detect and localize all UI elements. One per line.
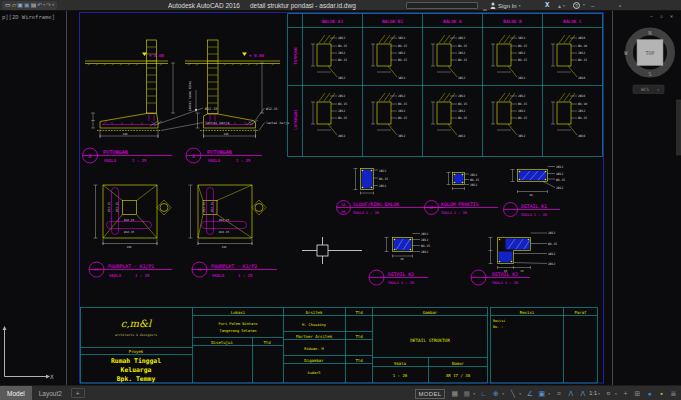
plot-icon[interactable]: ▤ xyxy=(31,1,37,10)
model-space-button[interactable]: MODEL xyxy=(415,389,446,399)
isodraft-icon-caret[interactable]: ▾ xyxy=(519,392,523,396)
snap-icon-caret[interactable]: ▾ xyxy=(473,392,477,396)
svg-text:2Ø12: 2Ø12 xyxy=(421,238,428,242)
help-caret-icon[interactable]: ▾ xyxy=(583,3,585,7)
osnap-icon[interactable]: ▣ xyxy=(536,387,547,400)
svg-text:DETAIL K2: DETAIL K2 xyxy=(388,272,414,277)
drawing-canvas[interactable]: p][2D Wireframe] – ▫ ✕ ± 0.00 100 Ø12-15… xyxy=(0,11,681,385)
annotation-scale-button[interactable]: 1:1 xyxy=(589,387,597,400)
svg-text:Ø12-15: Ø12-15 xyxy=(205,107,217,111)
graphics-performance-icon[interactable]: ● xyxy=(644,387,655,400)
svg-text:lantai kerja: lantai kerja xyxy=(266,121,289,125)
doc-close-icon[interactable]: ✕ xyxy=(670,13,673,19)
svg-text:1 : 20: 1 : 20 xyxy=(393,373,408,378)
isolate-objects-icon[interactable]: ⊞ xyxy=(632,387,643,400)
annotation-autoscale-icon[interactable]: Λ xyxy=(577,387,588,400)
svg-text:POORPLAT - K1/P2: POORPLAT - K1/P2 xyxy=(211,264,257,269)
annotation-scale-button-caret[interactable]: ▾ xyxy=(598,392,602,396)
a360-icon[interactable]: ▲▾ xyxy=(557,0,565,11)
document-name: detail struktur pondasi - asdar.id.dwg xyxy=(250,2,356,9)
rebar-callout: 2Ø12 xyxy=(458,51,465,55)
layout-tab-model[interactable]: Model xyxy=(0,386,32,400)
undo-icon-caret[interactable]: ▾ xyxy=(43,1,45,10)
ortho-icon[interactable]: ∟ xyxy=(478,387,489,400)
osnap-tracking-icon[interactable]: ∠ xyxy=(524,387,535,400)
poorplat-2-drawing: Ø12-15 Ø12-15 Ø12-15 Ø12-15 100 P2 POORP… xyxy=(189,185,278,278)
osnap-icon-caret[interactable]: ▾ xyxy=(548,392,552,396)
annotation-visibility-icon[interactable]: Λ xyxy=(565,387,576,400)
svg-text:Ø8-15: Ø8-15 xyxy=(379,177,388,181)
isodraft-icon[interactable]: ╲ xyxy=(507,387,518,400)
balok-row-label: LAPANGAN xyxy=(293,110,298,130)
doc-minimize-icon[interactable]: – xyxy=(650,13,654,19)
svg-text:100: 100 xyxy=(122,132,127,136)
save-as-icon[interactable]: ▣ xyxy=(24,1,30,10)
svg-text:SKALA 1 : 20: SKALA 1 : 20 xyxy=(353,211,379,215)
polar-tracking-icon-caret[interactable]: ▾ xyxy=(502,392,506,396)
save-icon[interactable]: ▣ xyxy=(17,1,23,10)
svg-text:Ø8-15: Ø8-15 xyxy=(556,178,565,182)
wcs-caret-icon: ▾ xyxy=(657,88,659,92)
svg-text:KP: KP xyxy=(429,206,433,210)
potongan-2-drawing: ± 0.00 SAMPAI TANAH KERAS 100 Ø12-15 lan… xyxy=(185,40,289,163)
svg-text:Revisi: Revisi xyxy=(520,310,535,315)
poorplat-1-drawing: Ø12-15 Ø12-15 Ø12-15 Ø12-15 100 P1 POORP… xyxy=(89,185,172,278)
rebar-callout: 2Ø16 xyxy=(578,94,585,98)
rebar-callout: Ø8-15 xyxy=(398,58,407,62)
lineweight-icon[interactable]: ≡ xyxy=(553,387,564,400)
rebar-callout: Ø8-15 xyxy=(338,102,347,106)
grid-icon[interactable]: ▦ xyxy=(449,387,460,400)
svg-text:Ø12-15: Ø12-15 xyxy=(107,202,111,212)
polar-tracking-icon[interactable]: ⊕ xyxy=(490,387,501,400)
sign-in-button[interactable]: Sign In ▾ xyxy=(490,0,520,11)
viewcube-south[interactable]: S xyxy=(648,71,651,77)
svg-text:Revisi: Revisi xyxy=(493,319,505,323)
cad-drawing[interactable]: p][2D Wireframe] – ▫ ✕ ± 0.00 100 Ø12-15… xyxy=(0,11,681,385)
redo-icon[interactable]: ↷ xyxy=(46,1,51,10)
new-file-icon[interactable]: ▭ xyxy=(5,1,11,10)
svg-text:Ø12-15: Ø12-15 xyxy=(115,202,119,212)
viewport-control-label[interactable]: p][2D Wireframe] xyxy=(2,14,55,21)
help-icon[interactable]: ? xyxy=(573,2,580,9)
open-folder-icon[interactable]: ▱ xyxy=(12,1,17,10)
redo-icon-caret[interactable]: ▾ xyxy=(52,1,54,10)
workspace-gear-icon-caret[interactable]: ▾ xyxy=(615,392,619,396)
annotation-monitor-icon[interactable]: + xyxy=(620,387,631,400)
svg-text:2Ø12: 2Ø12 xyxy=(556,165,563,169)
viewcube[interactable]: TOP N W S WCS ▾ xyxy=(624,30,681,155)
balok-cell-tumpuan-2: 4Ø12Ø8-152Ø12Ø8-153Ø12 xyxy=(431,35,467,80)
svg-text:Proyek: Proyek xyxy=(129,349,144,354)
search-box[interactable] xyxy=(406,2,478,9)
status-right: MODEL ▦▦▾∟⊕▾╲▾∠▣▾≡ΛΛ1:1▾¤▾+⊞●▪≣ xyxy=(415,386,680,400)
balok-cells: 4Ø12Ø8-152Ø12Ø8-153Ø123Ø12Ø8-152Ø12Ø8-15… xyxy=(311,35,587,138)
svg-text:100: 100 xyxy=(223,132,228,136)
rebar-callout: Ø8-15 xyxy=(518,102,527,106)
undo-icon[interactable]: ↶ xyxy=(37,1,42,10)
svg-text:± 0.00: ± 0.00 xyxy=(149,53,165,58)
rebar-callout: 3Ø12 xyxy=(338,76,345,80)
minimize-button[interactable]: – xyxy=(591,0,594,11)
customization-icon[interactable]: ≣ xyxy=(668,387,679,400)
maximize-button[interactable]: ▫ xyxy=(619,0,621,11)
rebar-callout: Ø8-15 xyxy=(338,116,347,120)
svg-text:SB: SB xyxy=(342,203,346,207)
navigation-bar[interactable] xyxy=(677,100,681,155)
rebar-callout: 4Ø12 xyxy=(338,134,345,138)
balok-cell-tumpuan-3: 3Ø12Ø8-152Ø12Ø8-152Ø12 xyxy=(491,35,527,80)
rebar-callout: 2Ø12 xyxy=(578,109,585,113)
svg-text:1 : 25: 1 : 25 xyxy=(236,158,251,163)
svg-text:DETAIL K3: DETAIL K3 xyxy=(492,272,518,277)
rebar-callout: Ø8-15 xyxy=(398,116,407,120)
viewcube-north[interactable]: N xyxy=(648,30,651,36)
svg-text:No. :: No. : xyxy=(493,325,503,329)
svg-text:Lokasi: Lokasi xyxy=(231,310,246,315)
exchange-apps-icon[interactable]: X xyxy=(545,1,549,8)
snap-icon[interactable]: ▦ xyxy=(461,387,472,400)
workspace-gear-icon[interactable]: ¤ xyxy=(603,387,614,400)
clean-screen-icon[interactable]: ▪ xyxy=(656,387,667,400)
rebar-callout: 2Ø12 xyxy=(518,76,525,80)
doc-restore-icon[interactable]: ▫ xyxy=(660,13,663,19)
new-layout-button[interactable]: + xyxy=(71,388,85,398)
rebar-callout: Ø8-15 xyxy=(458,44,467,48)
layout-tab-layout2[interactable]: Layout2 xyxy=(32,386,69,400)
